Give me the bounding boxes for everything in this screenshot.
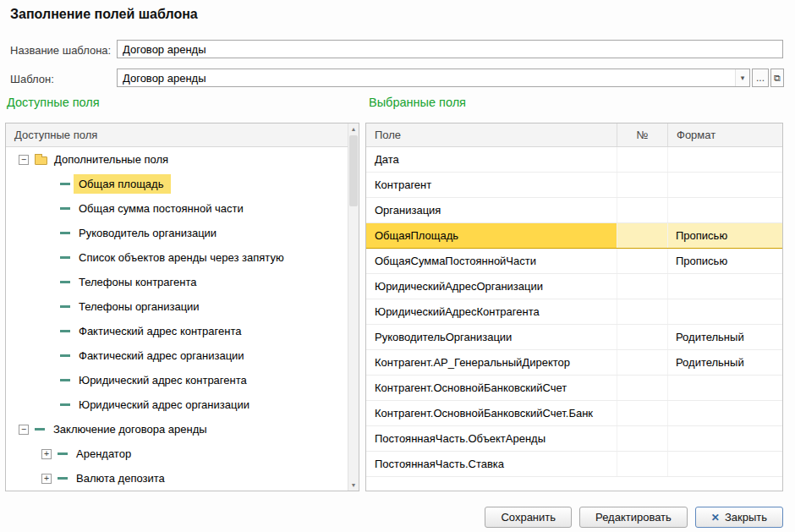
tree-item[interactable]: Фактический адрес организации: [6, 343, 348, 368]
column-header-field: Поле: [366, 123, 617, 146]
edit-button[interactable]: Редактировать: [579, 507, 688, 528]
close-button-label: Закрыть: [725, 511, 767, 524]
table-row[interactable]: ОбщаяСуммаПостояннойЧасти Прописью: [366, 249, 782, 274]
tree-item[interactable]: Телефоны организации: [6, 294, 348, 319]
cell-field: ПостояннаяЧасть.ОбъектАренды: [366, 426, 617, 451]
cell-format: [667, 173, 782, 197]
tree-item-label: Фактический адрес контрагента: [79, 325, 241, 337]
tree-item-label: Дополнительные поля: [54, 153, 168, 166]
scrollbar-thumb[interactable]: [349, 135, 358, 206]
tree-item-group[interactable]: + Валюта депозита: [6, 466, 348, 491]
cell-number: [617, 376, 667, 400]
tree-item-label-selected: Общая площадь: [74, 174, 171, 194]
table-row-selected[interactable]: ОбщаяПлощадь Прописью: [366, 223, 782, 249]
cell-number: [617, 223, 667, 248]
tree-item-label: Общая сумма постоянной части: [79, 202, 244, 215]
tree-item[interactable]: Юридический адрес контрагента: [6, 368, 348, 392]
cell-field: ОбщаяПлощадь: [366, 223, 617, 248]
template-name-input[interactable]: [117, 40, 783, 58]
save-button[interactable]: Сохранить: [485, 507, 572, 528]
cell-number: [617, 198, 667, 222]
field-icon: [60, 305, 70, 308]
field-icon: [60, 232, 70, 234]
template-open-button[interactable]: ⧉: [770, 69, 784, 87]
tree-item[interactable]: Фактический адрес контрагента: [6, 319, 348, 343]
cell-format: Родительный: [667, 325, 782, 349]
cell-field: Организация: [366, 198, 617, 222]
tree-item[interactable]: Юридический адрес организации: [6, 392, 348, 417]
tree-item-group[interactable]: + Арендатор: [6, 442, 348, 466]
tree-item-folder[interactable]: − Дополнительные поля: [6, 147, 348, 172]
cell-format: Прописью: [667, 249, 782, 273]
expander-collapse-icon[interactable]: −: [19, 425, 29, 435]
cell-field: ЮридическийАдресКонтрагента: [366, 299, 617, 324]
tree-item[interactable]: Общая площадь: [6, 172, 348, 196]
cell-format: [667, 426, 782, 451]
expander-expand-icon[interactable]: +: [41, 449, 52, 459]
vertical-scrollbar[interactable]: ▲ ▼: [348, 123, 359, 491]
template-dropdown-button[interactable]: ▾: [735, 69, 749, 86]
tree-item-label: Телефоны организации: [79, 300, 200, 313]
cell-number: [617, 147, 667, 172]
selected-fields-panel: Поле № Формат Дата Контрагент Организаци…: [365, 123, 783, 491]
cell-format: [667, 452, 782, 476]
template-input[interactable]: [118, 69, 735, 86]
tree-item-label: Фактический адрес организации: [79, 349, 244, 362]
field-icon: [58, 452, 68, 455]
scroll-up-icon[interactable]: ▲: [348, 123, 359, 134]
cell-number: [617, 350, 667, 375]
scroll-down-icon[interactable]: ▼: [348, 480, 359, 491]
field-icon: [60, 207, 70, 210]
table-row[interactable]: Контрагент: [366, 173, 782, 198]
cell-format: Родительный: [667, 350, 782, 375]
cell-number: [617, 299, 667, 324]
tree-item-label: Руководитель организации: [79, 227, 217, 239]
table-row[interactable]: ПостояннаяЧасть.Ставка: [366, 452, 782, 477]
expander-expand-icon[interactable]: +: [41, 474, 52, 484]
cell-number: [617, 274, 667, 299]
table-row[interactable]: ПостояннаяЧасть.ОбъектАренды: [366, 426, 782, 452]
cell-field: Контрагент: [366, 173, 617, 197]
tree-item-label: Арендатор: [76, 447, 131, 460]
template-combo: ▾: [117, 69, 750, 87]
table-row[interactable]: ЮридическийАдресОрганизации: [366, 274, 782, 299]
tree-item[interactable]: Телефоны контрагента: [6, 270, 348, 294]
field-icon: [60, 330, 70, 332]
available-fields-tree: − Дополнительные поля Общая площадь Обща…: [6, 147, 348, 491]
cell-number: [617, 325, 667, 349]
table-row[interactable]: Организация: [366, 198, 782, 223]
column-header-format: Формат: [667, 123, 782, 146]
tree-item-label: Юридический адрес организации: [79, 398, 249, 411]
cell-field: Дата: [366, 147, 617, 172]
table-row[interactable]: РуководительОрганизации Родительный: [366, 325, 782, 350]
cell-format: [667, 147, 782, 172]
field-icon: [60, 256, 70, 259]
table-row[interactable]: Контрагент.АР_ГенеральныйДиректор Родите…: [366, 350, 782, 376]
cell-field: ПостояннаяЧасть.Ставка: [366, 452, 617, 476]
tree-item[interactable]: Руководитель организации: [6, 221, 348, 245]
cell-field: ОбщаяСуммаПостояннойЧасти: [366, 249, 617, 273]
cell-field: ЮридическийАдресОрганизации: [366, 274, 617, 299]
available-fields-panel: Доступные поля − Дополнительные поля Общ…: [5, 123, 359, 491]
tree-item[interactable]: Список объектов аренды через запятую: [6, 245, 348, 270]
table-row[interactable]: ЮридическийАдресКонтрагента: [366, 299, 782, 325]
expander-collapse-icon[interactable]: −: [19, 155, 29, 165]
table-row[interactable]: Контрагент.ОсновнойБанковскийСчет: [366, 376, 782, 401]
cell-format: [667, 274, 782, 299]
tree-item[interactable]: Общая сумма постоянной части: [6, 196, 348, 221]
field-icon: [60, 403, 70, 406]
close-button[interactable]: ✕ Закрыть: [695, 507, 783, 528]
field-icon: [58, 477, 68, 480]
tree-item-group[interactable]: − Заключение договора аренды: [6, 417, 348, 442]
table-row[interactable]: Дата: [366, 147, 782, 173]
cell-number: [617, 173, 667, 197]
template-ellipsis-button[interactable]: ...: [752, 69, 769, 87]
table-row[interactable]: Контрагент.ОсновнойБанковскийСчет.Банк: [366, 401, 782, 426]
cell-field: РуководительОрганизации: [366, 325, 617, 349]
selected-fields-title: Выбранные поля: [369, 96, 466, 109]
template-name-label: Название шаблона:: [10, 44, 111, 57]
cell-format: [667, 198, 782, 222]
cell-format: [667, 376, 782, 400]
column-header-number: №: [617, 123, 667, 146]
page-title: Заполнение полей шаблона: [10, 7, 198, 22]
